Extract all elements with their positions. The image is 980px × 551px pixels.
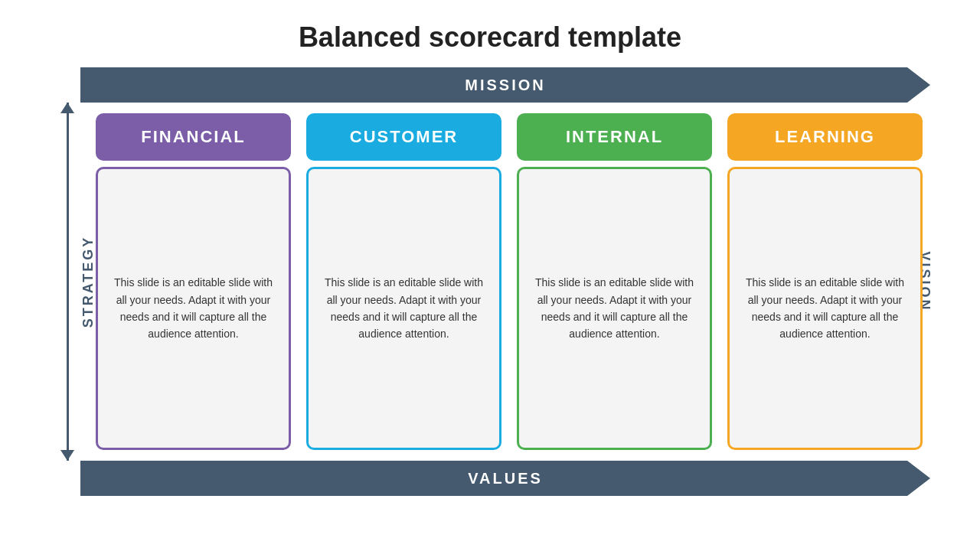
internal-body-text: This slide is an editable slide with all… (531, 274, 697, 343)
learning-body-text: This slide is an editable slide with all… (742, 274, 908, 343)
customer-body: This slide is an editable slide with all… (306, 167, 501, 450)
internal-card: INTERNAL This slide is an editable slide… (517, 113, 712, 450)
learning-header: LEARNING (727, 113, 923, 161)
customer-card: CUSTOMER This slide is an editable slide… (306, 113, 501, 450)
page-title: Balanced scorecard template (299, 21, 681, 54)
internal-header-label: INTERNAL (566, 127, 663, 147)
internal-body: This slide is an editable slide with all… (517, 167, 712, 450)
learning-body: This slide is an editable slide with all… (727, 167, 923, 450)
customer-header: CUSTOMER (306, 113, 501, 161)
strategy-arrow: STRATEGY (50, 67, 85, 496)
strategy-line (67, 103, 69, 461)
values-arrow: VALUES (80, 461, 930, 496)
financial-card: FINANCIAL This slide is an editable slid… (96, 113, 291, 450)
learning-card: LEARNING This slide is an editable slide… (727, 113, 923, 450)
mission-label: MISSION (465, 77, 545, 94)
customer-body-text: This slide is an editable slide with all… (321, 274, 487, 343)
strategy-arrow-top (60, 103, 74, 113)
learning-header-label: LEARNING (775, 127, 875, 147)
values-label: VALUES (468, 470, 543, 487)
cards-container: FINANCIAL This slide is an editable slid… (96, 113, 923, 450)
financial-header-label: FINANCIAL (141, 127, 246, 147)
mission-arrow: MISSION (80, 67, 930, 103)
strategy-label: STRATEGY (80, 236, 96, 328)
financial-header: FINANCIAL (96, 113, 291, 161)
strategy-arrow-bottom (60, 450, 74, 461)
main-content: MISSION VALUES STRATEGY VISION FINANCIAL… (50, 67, 930, 496)
financial-body: This slide is an editable slide with all… (96, 167, 291, 450)
internal-header: INTERNAL (517, 113, 712, 161)
financial-body-text: This slide is an editable slide with all… (110, 274, 276, 343)
customer-header-label: CUSTOMER (350, 127, 459, 147)
